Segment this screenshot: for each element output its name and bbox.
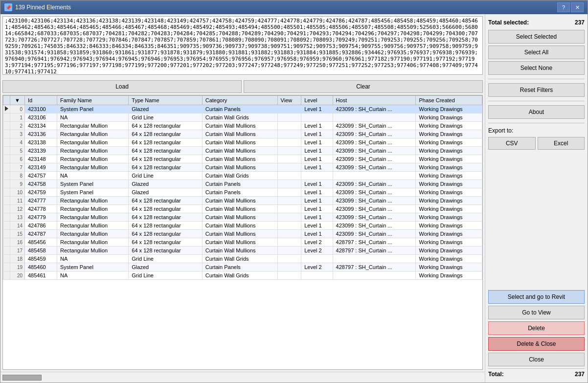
row-indicator — [3, 163, 10, 172]
row-indicator — [3, 263, 10, 271]
table-row[interactable]: 4423138Rectangular Mullion64 x 128 recta… — [3, 138, 482, 147]
row-number: 20 — [10, 271, 25, 280]
export-csv-button[interactable]: CSV — [488, 137, 536, 150]
cell-family-name: System Panel — [57, 180, 129, 188]
table-row[interactable]: 17485458Rectangular Mullion64 x 128 rect… — [3, 247, 482, 255]
col-header-id[interactable]: Id — [25, 96, 57, 105]
row-number: 19 — [10, 263, 25, 271]
cell-type-name: 64 x 128 rectangular — [129, 138, 202, 147]
col-header-host[interactable]: Host — [333, 96, 416, 105]
cell-host: 423099 : SH_Curtain ... — [333, 222, 416, 230]
load-button[interactable]: Load — [2, 80, 242, 93]
cell-level: Level 1 — [301, 205, 333, 213]
table-row[interactable]: 11424777Rectangular Mullion64 x 128 rect… — [3, 197, 482, 205]
col-header-type-name[interactable]: Type Name — [129, 96, 202, 105]
table-row[interactable]: 7423149Rectangular Mullion64 x 128 recta… — [3, 163, 482, 172]
horizontal-scrollbar-thumb[interactable] — [2, 375, 42, 381]
row-number: 5 — [10, 147, 25, 155]
cell-host — [333, 172, 416, 180]
col-header-level[interactable]: Level — [301, 96, 333, 105]
cell-level: Level 1 — [301, 105, 333, 113]
cell-category: Curtain Wall Mullions — [202, 130, 277, 138]
cell-id: 423100 — [25, 105, 57, 113]
cell-phase-created: Working Drawings — [416, 105, 482, 113]
cell-type-name: 64 x 128 rectangular — [129, 130, 202, 138]
table-row[interactable]: 3423136Rectangular Mullion64 x 128 recta… — [3, 130, 482, 138]
clear-button[interactable]: Clear — [244, 80, 483, 93]
cell-type-name: 64 x 128 rectangular — [129, 238, 202, 247]
row-indicator — [3, 122, 10, 130]
ids-textarea[interactable]: ;423100;423106;423134;423136;423138;4231… — [2, 16, 483, 75]
select-none-button[interactable]: Select None — [488, 61, 585, 75]
table-row[interactable]: 16485456Rectangular Mullion64 x 128 rect… — [3, 238, 482, 247]
cell-id: 423149 — [25, 163, 57, 172]
table-row[interactable]: 1423106NAGrid LineCurtain Wall GridsWork… — [3, 113, 482, 122]
table-row[interactable]: 14424786Rectangular Mullion64 x 128 rect… — [3, 222, 482, 230]
row-number: 13 — [10, 213, 25, 222]
row-indicator — [3, 247, 10, 255]
table-row[interactable]: 13424779Rectangular Mullion64 x 128 rect… — [3, 213, 482, 222]
cell-host — [333, 271, 416, 280]
col-header-family-name[interactable]: Family Name — [57, 96, 129, 105]
select-all-button[interactable]: Select All — [488, 45, 585, 59]
cell-id: 424779 — [25, 213, 57, 222]
go-to-view-button[interactable]: Go to View — [488, 306, 585, 319]
cell-id: 424777 — [25, 197, 57, 205]
ids-textarea-wrapper: ;423100;423106;423134;423136;423138;4231… — [0, 14, 485, 78]
cell-phase-created: Working Drawings — [416, 188, 482, 197]
col-header-rownum[interactable]: ▼ — [10, 96, 25, 105]
close-button[interactable]: Close — [488, 353, 585, 366]
cell-category: Curtain Wall Grids — [202, 113, 277, 122]
table-row[interactable]: 20485461NAGrid LineCurtain Wall GridsWor… — [3, 271, 482, 280]
table-row[interactable]: 18485459NAGrid LineCurtain Wall GridsWor… — [3, 255, 482, 263]
table-row[interactable]: 9424758System PanelGlazedCurtain PanelsL… — [3, 180, 482, 188]
export-to-label: Export to: — [488, 127, 585, 134]
col-header-phase-created[interactable]: Phase Created — [416, 96, 482, 105]
col-header-view[interactable]: View — [277, 96, 301, 105]
select-selected-button[interactable]: Select Selected — [488, 30, 585, 44]
table-row[interactable]: 5423139Rectangular Mullion64 x 128 recta… — [3, 147, 482, 155]
title-bar: 📌 139 Pinned Elements ? ✕ — [0, 0, 588, 14]
close-window-button[interactable]: ✕ — [571, 2, 584, 12]
table-row[interactable]: 6423148Rectangular Mullion64 x 128 recta… — [3, 155, 482, 163]
table-row[interactable]: 19485460System PanelGlazedCurtain Panels… — [3, 263, 482, 271]
row-number: 9 — [10, 180, 25, 188]
cell-category: Curtain Wall Mullions — [202, 247, 277, 255]
table-row[interactable]: 12424778Rectangular Mullion64 x 128 rect… — [3, 205, 482, 213]
cell-family-name: Rectangular Mullion — [57, 138, 129, 147]
table-row[interactable]: 8424757NAGrid LineCurtain Wall GridsWork… — [3, 172, 482, 180]
help-button[interactable]: ? — [557, 2, 570, 12]
cell-id: 485456 — [25, 238, 57, 247]
data-table-container[interactable]: ▼ Id Family Name Type Name Category View… — [2, 95, 483, 370]
bottom-scrollbar[interactable] — [0, 372, 485, 383]
select-go-revit-button[interactable]: Select and go to Revit — [488, 290, 585, 304]
row-number: 6 — [10, 155, 25, 163]
cell-family-name: Rectangular Mullion — [57, 155, 129, 163]
table-row[interactable]: 0423100System PanelGlazedCurtain PanelsL… — [3, 105, 482, 113]
cell-id: 424778 — [25, 205, 57, 213]
table-row[interactable]: 15424787Rectangular Mullion64 x 128 rect… — [3, 230, 482, 238]
cell-type-name: Glazed — [129, 263, 202, 271]
cell-level: Level 1 — [301, 163, 333, 172]
cell-phase-created: Working Drawings — [416, 172, 482, 180]
export-excel-button[interactable]: Excel — [538, 137, 585, 150]
delete-close-button[interactable]: Delete & Close — [488, 337, 585, 351]
reset-filters-button[interactable]: Reset Filters — [488, 83, 585, 97]
cell-phase-created: Working Drawings — [416, 222, 482, 230]
cell-id: 424787 — [25, 230, 57, 238]
table-row[interactable]: 2423134Rectangular Mullion64 x 128 recta… — [3, 122, 482, 130]
cell-category: Curtain Wall Mullions — [202, 222, 277, 230]
row-indicator — [3, 230, 10, 238]
cell-level: Level 1 — [301, 138, 333, 147]
table-row[interactable]: 10424759System PanelGlazedCurtain Panels… — [3, 188, 482, 197]
delete-button[interactable]: Delete — [488, 321, 585, 335]
cell-phase-created: Working Drawings — [416, 180, 482, 188]
about-button[interactable]: About — [488, 105, 585, 119]
total-label: Total: — [488, 371, 504, 378]
col-header-category[interactable]: Category — [202, 96, 277, 105]
cell-type-name: 64 x 128 rectangular — [129, 155, 202, 163]
cell-phase-created: Working Drawings — [416, 197, 482, 205]
row-number: 14 — [10, 222, 25, 230]
cell-view — [277, 230, 301, 238]
cell-view — [277, 122, 301, 130]
